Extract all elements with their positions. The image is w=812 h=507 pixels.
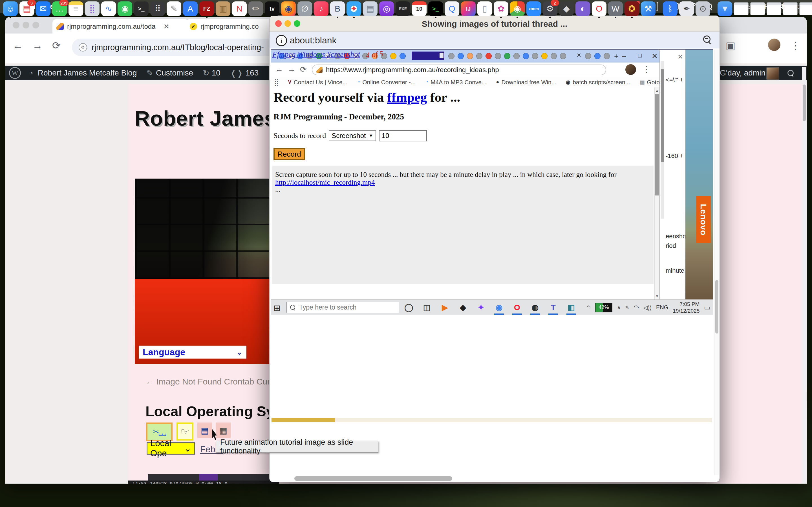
inkscape[interactable]: ◆ xyxy=(559,1,574,16)
popup-vscroll-thumb[interactable] xyxy=(715,280,718,334)
customise-brush-icon[interactable]: ✎ xyxy=(146,68,153,78)
notes[interactable]: ≡ xyxy=(68,1,83,16)
red-compass-app[interactable]: ✪ xyxy=(624,1,639,16)
music[interactable]: ♪ xyxy=(314,1,328,16)
launchpad[interactable]: ⣿ xyxy=(85,1,100,16)
intellij[interactable]: IJ xyxy=(461,1,476,16)
info-icon[interactable]: i xyxy=(276,35,287,46)
page-scrollbar-thumb[interactable] xyxy=(803,84,806,121)
popup-vertical-scrollbar[interactable] xyxy=(714,50,719,475)
chevron-down-icon: ⌄ xyxy=(184,443,192,454)
zoom-window-button[interactable] xyxy=(33,22,39,29)
contacts[interactable]: ▥ xyxy=(216,1,231,16)
blocked-app[interactable]: ∅ xyxy=(297,1,312,16)
safari[interactable]: ✦ xyxy=(347,1,361,16)
libreoffice[interactable]: ▯ xyxy=(477,1,492,16)
zoom[interactable]: zoom xyxy=(526,1,541,16)
tab-favicon xyxy=(486,53,492,59)
tab1-title: rjmprogramming.com.au/toda xyxy=(67,22,160,31)
textedit[interactable]: ✎ xyxy=(167,1,181,16)
firefox[interactable]: ◉ xyxy=(281,1,296,16)
keypad-app[interactable]: ⠿ xyxy=(150,1,165,16)
dock-badge: 2 xyxy=(551,0,559,6)
open-book-icon[interactable]: ▤ xyxy=(197,422,212,438)
gimp[interactable]: ✏ xyxy=(248,1,263,16)
chrome[interactable]: ◉ xyxy=(510,1,525,16)
podcasts[interactable]: ◎ xyxy=(379,1,394,16)
minimized-window[interactable] xyxy=(799,2,812,15)
facetime[interactable]: ◉ xyxy=(117,1,132,16)
browser-tab-1[interactable]: rjmprogramming.com.au/toda ✕ xyxy=(52,19,189,34)
site-name-link[interactable]: Robert James Metcalfe Blog xyxy=(38,68,137,77)
comments-bubble-icon[interactable]: ❬❭ xyxy=(230,68,243,78)
opera[interactable]: O xyxy=(592,1,606,16)
admin-greeting[interactable]: G'day, admin xyxy=(720,68,765,77)
mail[interactable]: ✉ xyxy=(36,1,50,16)
pen-app[interactable]: ✒ xyxy=(679,1,694,16)
screenshot-avatar xyxy=(625,64,636,75)
app-store[interactable]: A xyxy=(183,1,198,16)
purple-app[interactable]: ◐ xyxy=(575,1,590,16)
tab1-close-icon[interactable]: ✕ xyxy=(163,22,169,31)
reminders[interactable]: ▤ 3 xyxy=(19,1,34,16)
bbedit[interactable]: B xyxy=(330,1,345,16)
forward-icon[interactable]: → xyxy=(33,40,43,52)
tab-favicon xyxy=(604,53,610,59)
zoom-out-icon[interactable] xyxy=(703,36,711,43)
minimized-window[interactable] xyxy=(734,2,749,15)
comments-count[interactable]: 163 xyxy=(246,68,259,77)
filezilla[interactable]: FZ xyxy=(199,1,214,16)
apple-tv[interactable]: tv xyxy=(265,1,280,16)
dial-app[interactable]: ⊙ xyxy=(696,1,710,16)
paint-app[interactable]: ✿ xyxy=(494,1,508,16)
language-select[interactable]: Language ⌄ xyxy=(139,346,246,358)
minimized-window[interactable] xyxy=(783,2,798,15)
site-settings-icon[interactable]: ⚙ xyxy=(79,43,87,52)
browser-menu-icon[interactable]: ⋮ xyxy=(791,40,801,52)
browser-tab-2[interactable]: ✓ rjmprogramming.co xyxy=(186,19,278,34)
notifications-icon: ▭ xyxy=(704,304,711,312)
downloads-folder[interactable]: ▼ xyxy=(718,1,732,16)
minimized-window[interactable] xyxy=(767,2,781,15)
messages[interactable]: … 209 xyxy=(52,1,67,16)
xcode[interactable]: ⚒ xyxy=(641,1,656,16)
close-window-button[interactable] xyxy=(13,22,19,29)
popup-hscroll-thumb[interactable] xyxy=(294,476,452,481)
bluetooth[interactable]: ᛒ xyxy=(663,1,677,16)
extensions-icon[interactable]: ▣ xyxy=(726,40,735,52)
admin-search-icon[interactable] xyxy=(788,70,794,76)
back-icon[interactable]: ← xyxy=(13,40,23,52)
back-icon: ← xyxy=(275,65,283,74)
shell-terminal[interactable]: >_ xyxy=(428,1,443,16)
preview-window[interactable]: ▤ xyxy=(363,1,377,16)
system-settings[interactable]: ⚙ 2 xyxy=(543,1,557,16)
pointing-hand-icon[interactable]: ☞ xyxy=(176,422,193,441)
reload-icon[interactable]: ⟳ xyxy=(52,40,61,52)
terminal[interactable]: >_ xyxy=(134,1,149,16)
popup-url-bar[interactable]: i about:blank xyxy=(269,32,719,48)
dashboard-gauge-icon[interactable]: ◔ xyxy=(29,69,33,77)
minimize-window-button[interactable] xyxy=(22,22,29,29)
white-logo-app[interactable]: W xyxy=(608,1,623,16)
wordpress-logo-icon[interactable]: W xyxy=(9,67,21,79)
mouse-cursor xyxy=(212,429,220,441)
recording-file-link: http://localhost/mic_recording.mp4 xyxy=(275,179,375,186)
tab-favicon xyxy=(560,53,566,59)
profile-avatar[interactable] xyxy=(768,39,780,51)
exec-terminal[interactable]: EXE xyxy=(396,1,410,16)
updates-count[interactable]: 10 xyxy=(212,68,220,77)
freeform[interactable]: ∿ xyxy=(101,1,116,16)
calendar[interactable]: 10 xyxy=(412,1,426,16)
news[interactable]: N xyxy=(232,1,247,16)
admin-avatar[interactable] xyxy=(766,67,779,80)
customise-link[interactable]: Customise xyxy=(156,68,193,77)
popup-horizontal-scrollbar[interactable] xyxy=(269,476,720,482)
finder[interactable]: ☺ xyxy=(3,1,18,16)
screenshot-page-scrollbar: ▲▼ xyxy=(654,87,659,299)
local-ope-select[interactable]: Local Ope ⌄ xyxy=(147,442,195,455)
minimized-window[interactable] xyxy=(750,2,765,15)
updates-icon[interactable]: ↻ xyxy=(203,68,209,78)
tab-favicon xyxy=(523,53,529,59)
page-scrollbar[interactable] xyxy=(802,67,806,484)
quicktime[interactable]: Q xyxy=(445,1,459,16)
